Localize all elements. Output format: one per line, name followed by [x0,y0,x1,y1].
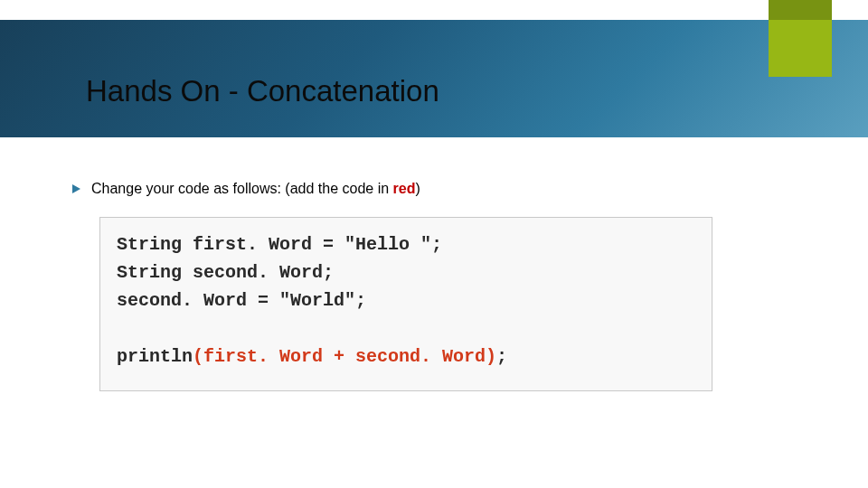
code-line-1: String first. Word = "Hello "; [117,234,442,255]
slide-title: Hands On - Concatenation [86,74,439,108]
bullet-red-word: red [393,181,416,196]
body-content: Change your code as follows: (add the co… [72,181,814,391]
chevron-right-icon [72,184,80,193]
bullet-item: Change your code as follows: (add the co… [72,181,814,197]
code-line-5-red: (first. Word + second. Word) [193,346,496,367]
code-line-5-after: ; [496,346,507,367]
bullet-text-before: Change your code as follows: (add the co… [91,181,393,196]
bullet-text: Change your code as follows: (add the co… [91,181,420,197]
code-line-3: second. Word = "World"; [117,290,366,311]
code-line-2: String second. Word; [117,262,334,283]
accent-tab [769,0,832,77]
bullet-text-after: ) [415,181,420,196]
slide: Hands On - Concatenation Change your cod… [0,0,868,488]
code-line-5-before: println [117,346,193,367]
code-box: String first. Word = "Hello "; String se… [99,217,712,391]
